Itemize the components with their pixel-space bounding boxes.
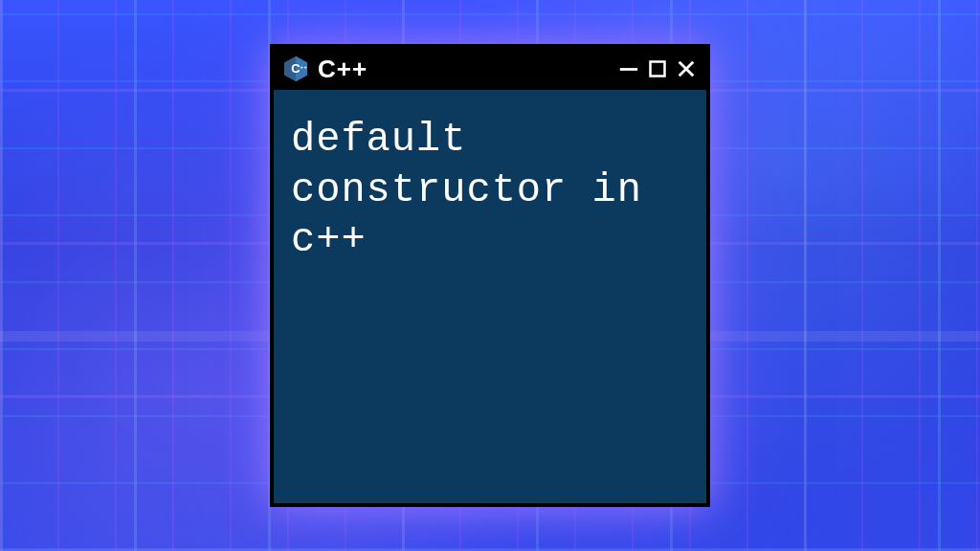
maximize-icon[interactable] bbox=[647, 58, 668, 79]
svg-text:C: C bbox=[291, 61, 300, 76]
window-controls bbox=[618, 58, 697, 79]
svg-rect-6 bbox=[651, 62, 665, 77]
svg-rect-5 bbox=[620, 68, 637, 71]
cpp-logo-icon: C + + bbox=[281, 55, 310, 83]
terminal-content: default constructor in c++ bbox=[274, 90, 706, 503]
titlebar[interactable]: C + + C++ bbox=[274, 48, 706, 90]
minimize-icon[interactable] bbox=[618, 58, 639, 79]
terminal-window: C + + C++ default constructor in c++ bbox=[270, 44, 710, 507]
close-icon[interactable] bbox=[676, 58, 697, 79]
window-title: C++ bbox=[318, 55, 611, 84]
